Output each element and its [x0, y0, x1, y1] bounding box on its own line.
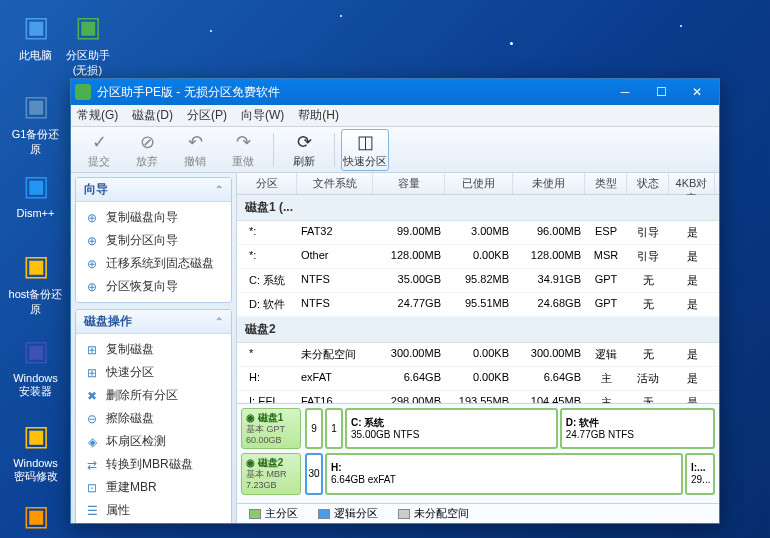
menu-item[interactable]: 常规(G) [77, 107, 118, 124]
disk-partitions: 91C: 系统35.00GB NTFSD: 软件24.77GB NTFS [305, 408, 715, 450]
item-icon: ⊡ [84, 480, 100, 496]
item-label: 坏扇区检测 [106, 433, 166, 450]
disk-group-header[interactable]: 磁盘1 (... [237, 195, 719, 221]
sidebar-item[interactable]: ◈坏扇区检测 [78, 430, 229, 453]
col-header[interactable]: 状态 [627, 173, 669, 194]
toolbar-icon: ✓ [92, 131, 107, 153]
partition-row[interactable]: C: 系统NTFS35.00GB95.82MB34.91GBGPT无是 [237, 269, 719, 293]
desktop-icon[interactable]: ▣此电脑 [8, 6, 63, 63]
partition-box-small[interactable]: 30 [305, 453, 323, 495]
toolbar-icon: ↶ [188, 131, 203, 153]
disk-group-header[interactable]: 磁盘2 [237, 317, 719, 343]
item-label: 复制分区向导 [106, 232, 178, 249]
toolbar-放弃[interactable]: ⊘放弃 [123, 129, 171, 171]
partition-box[interactable]: C: 系统35.00GB NTFS [345, 408, 558, 450]
toolbar-撤销[interactable]: ↶撤销 [171, 129, 219, 171]
desktop-icon[interactable]: ▣Windows密码修改 [8, 415, 63, 484]
section-header[interactable]: 磁盘操作⌃ [76, 310, 231, 334]
sidebar-item[interactable]: ✖删除所有分区 [78, 384, 229, 407]
partition-row[interactable]: D: 软件NTFS24.77GB95.51MB24.68GBGPT无是 [237, 293, 719, 317]
partition-box-small[interactable]: 1 [325, 408, 343, 450]
col-header[interactable]: 文件系统 [297, 173, 373, 194]
section-header[interactable]: 向导⌃ [76, 178, 231, 202]
toolbar-提交[interactable]: ✓提交 [75, 129, 123, 171]
partition-box[interactable]: I:...29... [685, 453, 715, 495]
desktop-icon-label: Dism++ [8, 207, 63, 219]
partition-row[interactable]: I: EFIFAT16298.00MB193.55MB104.45MB主无是 [237, 391, 719, 403]
item-label: 复制磁盘向导 [106, 209, 178, 226]
partition-row[interactable]: *未分配空间300.00MB0.00KB300.00MB逻辑无是 [237, 343, 719, 367]
partition-row[interactable]: *:Other128.00MB0.00KB128.00MBMSR引导是 [237, 245, 719, 269]
content: 分区文件系统容量已使用未使用类型状态4KB对齐 磁盘1 (...*:FAT329… [237, 173, 719, 523]
desktop-icon-label: 此电脑 [8, 48, 63, 63]
disk-label-box[interactable]: ◉ 磁盘2基本 MBR7.23GB [241, 453, 301, 495]
legend-unalloc: 未分配空间 [398, 506, 469, 521]
item-label: 分区恢复向导 [106, 278, 178, 295]
legend-primary: 主分区 [249, 506, 298, 521]
desktop-icon-glyph: ▣ [16, 85, 56, 125]
app-window: 分区助手PE版 - 无损分区免费软件 ─ ☐ ✕ 常规(G)磁盘(D)分区(P)… [70, 78, 720, 524]
col-header[interactable]: 4KB对齐 [669, 173, 715, 194]
desktop-icon-glyph: ▣ [16, 330, 56, 370]
desktop-icon[interactable]: ▣分区助手(无损) [60, 6, 115, 78]
item-icon: ⊕ [84, 210, 100, 226]
menu-item[interactable]: 分区(P) [187, 107, 227, 124]
sidebar-item[interactable]: ⊡重建MBR [78, 476, 229, 499]
menu-item[interactable]: 磁盘(D) [132, 107, 173, 124]
toolbar-重做[interactable]: ↷重做 [219, 129, 267, 171]
sidebar-item[interactable]: ⊕迁移系统到固态磁盘 [78, 252, 229, 275]
desktop-icon[interactable]: ▣host备份还原 [8, 245, 63, 317]
disk-partitions: 30H:6.64GB exFATI:...29... [305, 453, 715, 495]
item-label: 属性 [106, 502, 130, 519]
partition-row[interactable]: H:exFAT6.64GB0.00KB6.64GB主活动是 [237, 367, 719, 391]
sidebar-section: 向导⌃⊕复制磁盘向导⊕复制分区向导⊕迁移系统到固态磁盘⊕分区恢复向导 [75, 177, 232, 303]
desktop-icon-glyph: ▣ [16, 165, 56, 205]
toolbar-icon: ⟳ [297, 131, 312, 153]
close-button[interactable]: ✕ [679, 79, 715, 105]
desktop-icon-label: 分区助手(无损) [60, 48, 115, 78]
desktop-icon-label: G1备份还原 [8, 127, 63, 157]
sidebar: 向导⌃⊕复制磁盘向导⊕复制分区向导⊕迁移系统到固态磁盘⊕分区恢复向导磁盘操作⌃⊞… [71, 173, 237, 523]
partition-box-small[interactable]: 9 [305, 408, 323, 450]
toolbar: ✓提交⊘放弃↶撤销↷重做⟳刷新◫快速分区 [71, 127, 719, 173]
menu-item[interactable]: 向导(W) [241, 107, 284, 124]
toolbar-icon: ◫ [357, 131, 374, 153]
disk-bar-row: ◉ 磁盘1基本 GPT60.00GB91C: 系统35.00GB NTFSD: … [241, 408, 715, 450]
col-header[interactable]: 未使用 [513, 173, 585, 194]
toolbar-快速分区[interactable]: ◫快速分区 [341, 129, 389, 171]
minimize-button[interactable]: ─ [607, 79, 643, 105]
sidebar-item[interactable]: ⊖擦除磁盘 [78, 407, 229, 430]
sidebar-item[interactable]: ⊕复制分区向导 [78, 229, 229, 252]
toolbar-刷新[interactable]: ⟳刷新 [280, 129, 328, 171]
grid-body: 磁盘1 (...*:FAT3299.00MB3.00MB96.00MBESP引导… [237, 195, 719, 403]
item-icon: ⊞ [84, 342, 100, 358]
sidebar-item[interactable]: ⊞快速分区 [78, 361, 229, 384]
sidebar-item[interactable]: ⊕复制磁盘向导 [78, 206, 229, 229]
toolbar-label: 提交 [88, 154, 110, 169]
desktop-icon-glyph: ▣ [68, 6, 108, 46]
titlebar: 分区助手PE版 - 无损分区免费软件 ─ ☐ ✕ [71, 79, 719, 105]
desktop-icon[interactable]: ▣Windows安装器 [8, 330, 63, 399]
sidebar-item[interactable]: ⊞复制磁盘 [78, 338, 229, 361]
desktop-icon[interactable]: ▣Dism++ [8, 165, 63, 219]
col-header[interactable]: 分区 [237, 173, 297, 194]
col-header[interactable]: 已使用 [445, 173, 513, 194]
item-label: 擦除磁盘 [106, 410, 154, 427]
item-icon: ⊕ [84, 256, 100, 272]
col-header[interactable]: 容量 [373, 173, 445, 194]
disk-label-box[interactable]: ◉ 磁盘1基本 GPT60.00GB [241, 408, 301, 450]
main-area: 向导⌃⊕复制磁盘向导⊕复制分区向导⊕迁移系统到固态磁盘⊕分区恢复向导磁盘操作⌃⊞… [71, 173, 719, 523]
partition-box[interactable]: H:6.64GB exFAT [325, 453, 683, 495]
desktop-icon[interactable]: ▣G1备份还原 [8, 85, 63, 157]
partition-box[interactable]: D: 软件24.77GB NTFS [560, 408, 715, 450]
toolbar-label: 重做 [232, 154, 254, 169]
maximize-button[interactable]: ☐ [643, 79, 679, 105]
partition-row[interactable]: *:FAT3299.00MB3.00MB96.00MBESP引导是 [237, 221, 719, 245]
menu-item[interactable]: 帮助(H) [298, 107, 339, 124]
sidebar-section: 磁盘操作⌃⊞复制磁盘⊞快速分区✖删除所有分区⊖擦除磁盘◈坏扇区检测⇄转换到MBR… [75, 309, 232, 523]
sidebar-item[interactable]: ⇄转换到MBR磁盘 [78, 453, 229, 476]
sidebar-item[interactable]: ☰属性 [78, 499, 229, 522]
col-header[interactable]: 类型 [585, 173, 627, 194]
desktop-icon[interactable]: ▣分区工具 [8, 495, 63, 538]
sidebar-item[interactable]: ⊕分区恢复向导 [78, 275, 229, 298]
